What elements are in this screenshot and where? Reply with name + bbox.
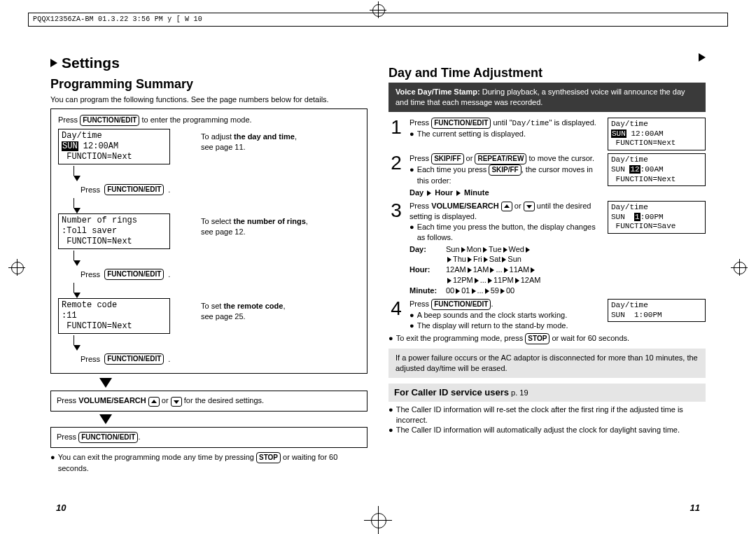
arrow-right-icon xyxy=(456,190,461,196)
caller-id-note-2: ●The Caller ID information will automati… xyxy=(388,425,706,435)
arrow-down-icon xyxy=(74,293,80,298)
down-arrow-icon xyxy=(171,397,182,407)
step-number: 1 xyxy=(388,118,404,150)
flow-connector xyxy=(74,198,74,208)
arrow-down-icon xyxy=(74,208,80,213)
exit-hint: ● To exit the programming mode, press ST… xyxy=(388,333,706,344)
flow-connector xyxy=(74,251,74,260)
big-arrow-down-icon xyxy=(99,414,112,424)
function-edit-key: FUNCTION/EDIT xyxy=(431,118,491,129)
repeat-rew-key: REPEAT/REW xyxy=(475,153,526,164)
left-heading: Programming Summary xyxy=(50,76,368,92)
lcd-step4: Day/time SUN 1:00PM xyxy=(608,299,706,323)
flow-step-3-desc: To set the remote code, see page 25. xyxy=(201,301,285,322)
arrow-right-icon xyxy=(427,190,431,196)
step-list: 1 Press FUNCTION/EDIT until "Day/time" i… xyxy=(388,118,706,330)
left-intro: You can program the following functions.… xyxy=(50,94,368,105)
section-title-text: Settings xyxy=(62,53,120,73)
lcd-rings: Number of rings :Toll saver FUNCTION=Nex… xyxy=(58,213,170,249)
final-press-box: Press FUNCTION/EDIT. xyxy=(50,427,368,448)
volume-search-box: Press VOLUME/SEARCH or for the desired s… xyxy=(50,391,368,411)
section-title: Settings xyxy=(50,53,120,73)
function-edit-key: FUNCTION/EDIT xyxy=(104,269,164,280)
exit-note: ● You can exit the programming mode any … xyxy=(50,452,368,474)
function-edit-key: FUNCTION/EDIT xyxy=(104,353,164,365)
function-edit-key: FUNCTION/EDIT xyxy=(104,184,164,195)
step-number: 3 xyxy=(388,201,404,296)
right-page: Day and Time Adjustment Voice Day/Time S… xyxy=(388,32,706,473)
lcd-step2: Day/time SUN 12:00AM FUNCTION=Next xyxy=(608,153,706,186)
step-2: 2 Press SKIP/FF or REPEAT/REW to move th… xyxy=(388,153,706,198)
flow-press-2: Press FUNCTION/EDIT. xyxy=(80,269,360,280)
left-page: Settings Programming Summary You can pro… xyxy=(50,32,368,473)
crop-mark-bottom-icon xyxy=(364,506,392,534)
programming-flow-box: Press FUNCTION/EDIT to enter the program… xyxy=(50,108,368,374)
function-edit-key: FUNCTION/EDIT xyxy=(431,299,491,310)
arrow-down-icon xyxy=(74,176,80,181)
down-arrow-icon xyxy=(524,202,535,211)
caller-id-heading-row: For Caller ID service users p. 19 xyxy=(388,384,706,402)
caller-id-heading: For Caller ID service users xyxy=(394,387,509,398)
flow-connector xyxy=(74,283,74,293)
function-edit-key: FUNCTION/EDIT xyxy=(78,432,138,443)
function-edit-key: FUNCTION/EDIT xyxy=(80,115,139,126)
arrow-down-icon xyxy=(74,260,80,266)
big-arrow-down-icon xyxy=(99,378,112,388)
page-columns: Settings Programming Summary You can pro… xyxy=(50,32,706,473)
page-number-left: 10 xyxy=(56,502,66,514)
flow-press-3: Press FUNCTION/EDIT. xyxy=(80,353,360,365)
power-failure-note: If a power failure occurs or the AC adap… xyxy=(388,349,706,378)
step-number: 4 xyxy=(388,299,404,331)
page-number-right: 11 xyxy=(690,502,700,514)
step-1: 1 Press FUNCTION/EDIT until "Day/time" i… xyxy=(388,118,706,150)
flow-step-1-desc: To adjust the day and time, see page 11. xyxy=(201,132,297,153)
section-caret-row xyxy=(388,53,706,62)
up-arrow-icon xyxy=(148,397,160,407)
caret-right-icon xyxy=(699,53,706,62)
section-title-row: Settings xyxy=(50,53,368,73)
voice-stamp-box: Voice Day/Time Stamp: During playback, a… xyxy=(388,83,706,112)
flow-step-2: Number of rings :Toll saver FUNCTION=Nex… xyxy=(58,213,360,249)
lcd-remote: Remote code :11 FUNCTION=Next xyxy=(58,298,170,334)
step-number: 2 xyxy=(388,153,404,198)
flow-step-1: Day/time SUN 12:00AM FUNCTION=Next To ad… xyxy=(58,129,360,164)
skip-ff-key: SKIP/FF xyxy=(431,153,463,164)
flow-step-2-desc: To select the number of rings, see page … xyxy=(201,216,308,237)
stop-key: STOP xyxy=(525,333,550,344)
lcd-daytime: Day/time SUN 12:00AM FUNCTION=Next xyxy=(58,129,170,164)
flow-step-3: Remote code :11 FUNCTION=Next To set the… xyxy=(58,298,360,334)
manual-spread: PQQX12356ZA-BM 01.3.22 3:56 PM y [ W 10 … xyxy=(0,0,756,534)
step-3: 3 Press VOLUME/SEARCH or until the desir… xyxy=(388,201,706,296)
lcd-step1: Day/time SUN 12:00AM FUNCTION=Next xyxy=(608,118,706,150)
up-arrow-icon xyxy=(501,202,512,211)
header-docid: PQQX12356ZA-BM 01.3.22 3:56 PM y [ W 10 xyxy=(33,15,202,23)
skip-ff-key: SKIP/FF xyxy=(489,164,521,176)
arrow-down-icon xyxy=(74,345,80,351)
crop-mark-top-icon xyxy=(370,1,386,18)
lcd-step3: Day/time SUN 1:00PM FUNCTION=Save xyxy=(608,201,706,234)
flow-press-1: Press FUNCTION/EDIT. xyxy=(80,184,360,195)
step-4: 4 Press FUNCTION/EDIT. ●A beep sounds an… xyxy=(388,299,706,331)
flow-intro: Press FUNCTION/EDIT to enter the program… xyxy=(58,115,360,126)
caller-id-note-1: ●The Caller ID information will re-set t… xyxy=(388,405,706,426)
crop-mark-left-icon xyxy=(8,259,25,276)
crop-mark-right-icon xyxy=(731,259,748,276)
right-heading: Day and Time Adjustment xyxy=(388,64,706,81)
flow-connector xyxy=(74,166,74,176)
flow-connector xyxy=(74,335,74,345)
caret-right-icon xyxy=(50,59,57,67)
stop-key: STOP xyxy=(256,452,281,463)
